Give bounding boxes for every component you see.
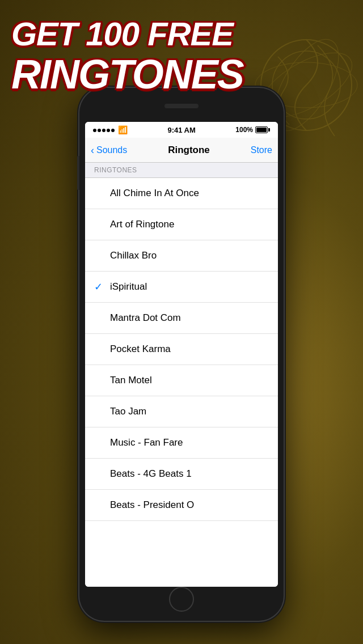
list-item[interactable]: Tao Jam [85, 396, 278, 427]
ringtone-list: All Chime In At OnceArt of RingtoneChill… [85, 178, 278, 587]
ringtone-name: Mantra Dot Com [110, 312, 269, 324]
ringtone-name: Tao Jam [110, 406, 269, 417]
list-item[interactable]: Music - Fan Fare [85, 427, 278, 459]
nav-title: Ringtone [168, 145, 210, 156]
list-item[interactable]: ✓iSpiritual [85, 272, 278, 303]
promo-line2: RINGTONES [11, 52, 243, 97]
ringtone-name: Beats - President O [110, 499, 269, 511]
ringtone-name: Tan Motel [110, 375, 269, 386]
ringtone-name: Beats - 4G Beats 1 [110, 468, 269, 480]
status-right: 100% [235, 126, 270, 134]
section-header: RINGTONES [85, 163, 278, 178]
ringtone-name: All Chime In At Once [110, 188, 269, 199]
ringtone-name: Art of Ringtone [110, 219, 269, 230]
wifi-icon: 📶 [118, 125, 128, 134]
list-item[interactable]: Pocket Karma [85, 334, 278, 365]
promo-text: GET 100 FREE RINGTONES [11, 16, 243, 97]
battery-icon [255, 126, 270, 133]
back-chevron-icon: ‹ [91, 145, 94, 155]
promo-line1: GET 100 FREE [11, 16, 243, 52]
nav-back-label: Sounds [96, 145, 127, 155]
status-bar: 📶 9:41 AM 100% [85, 122, 278, 138]
phone-device: 📶 9:41 AM 100% ‹ Sounds Ringtone [79, 88, 284, 621]
phone-speaker [164, 104, 199, 108]
list-item[interactable]: Mantra Dot Com [85, 303, 278, 334]
phone-screen: 📶 9:41 AM 100% ‹ Sounds Ringtone [85, 122, 278, 587]
checkmark-icon: ✓ [94, 281, 110, 293]
ringtone-name: Pocket Karma [110, 344, 269, 355]
nav-back-button[interactable]: ‹ Sounds [91, 145, 127, 155]
list-item[interactable]: Beats - President O [85, 490, 278, 521]
phone-home-button[interactable] [169, 587, 194, 612]
ringtone-name: Music - Fan Fare [110, 437, 269, 448]
battery-percent: 100% [235, 126, 253, 134]
nav-store-button[interactable]: Store [251, 145, 272, 155]
list-item[interactable]: All Chime In At Once [85, 178, 278, 209]
list-item[interactable]: Tan Motel [85, 365, 278, 396]
ringtone-name: Chillax Bro [110, 250, 269, 261]
list-item[interactable]: Art of Ringtone [85, 209, 278, 240]
status-left: 📶 [93, 125, 128, 134]
ringtone-name: iSpiritual [110, 281, 269, 293]
nav-bar: ‹ Sounds Ringtone Store [85, 138, 278, 163]
signal-dots [93, 126, 116, 134]
list-item[interactable]: Chillax Bro [85, 240, 278, 272]
status-time: 9:41 AM [167, 126, 195, 134]
list-item[interactable]: Beats - 4G Beats 1 [85, 459, 278, 490]
